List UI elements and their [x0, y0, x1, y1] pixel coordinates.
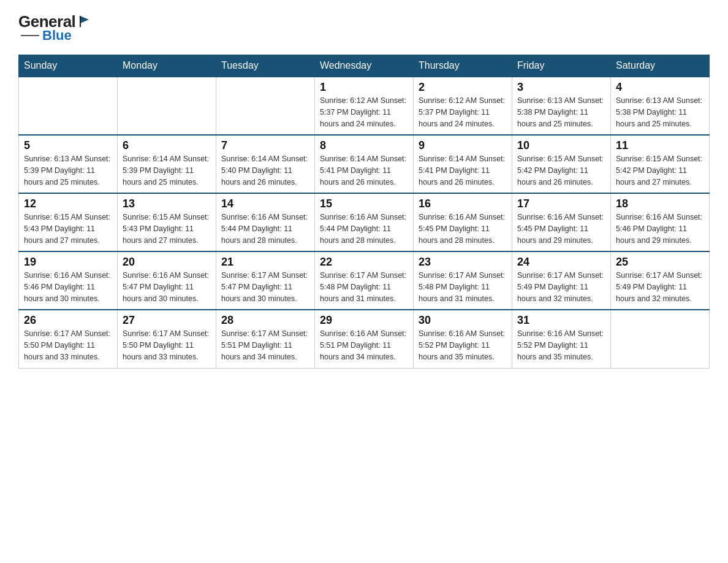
day-info: Sunrise: 6:17 AM Sunset: 5:50 PM Dayligh…	[24, 328, 112, 362]
calendar-cell: 5Sunrise: 6:13 AM Sunset: 5:39 PM Daylig…	[19, 135, 118, 193]
day-info: Sunrise: 6:16 AM Sunset: 5:52 PM Dayligh…	[419, 328, 507, 362]
day-number: 14	[221, 197, 309, 210]
day-info: Sunrise: 6:16 AM Sunset: 5:44 PM Dayligh…	[320, 212, 408, 246]
calendar-cell	[19, 77, 118, 135]
day-number: 11	[616, 139, 704, 152]
calendar-table: SundayMondayTuesdayWednesdayThursdayFrid…	[18, 55, 710, 369]
day-info: Sunrise: 6:17 AM Sunset: 5:47 PM Dayligh…	[221, 270, 309, 304]
calendar-cell: 14Sunrise: 6:16 AM Sunset: 5:44 PM Dayli…	[216, 193, 315, 251]
day-number: 24	[517, 256, 605, 269]
calendar-cell: 26Sunrise: 6:17 AM Sunset: 5:50 PM Dayli…	[19, 310, 118, 368]
day-info: Sunrise: 6:15 AM Sunset: 5:43 PM Dayligh…	[24, 212, 112, 246]
weekday-header-saturday: Saturday	[611, 55, 710, 77]
weekday-header-row: SundayMondayTuesdayWednesdayThursdayFrid…	[19, 55, 710, 77]
calendar-cell: 21Sunrise: 6:17 AM Sunset: 5:47 PM Dayli…	[216, 251, 315, 310]
calendar-cell: 3Sunrise: 6:13 AM Sunset: 5:38 PM Daylig…	[512, 77, 611, 135]
day-number: 18	[616, 197, 704, 210]
calendar-cell: 13Sunrise: 6:15 AM Sunset: 5:43 PM Dayli…	[118, 193, 216, 251]
day-info: Sunrise: 6:16 AM Sunset: 5:46 PM Dayligh…	[616, 212, 704, 246]
calendar-cell: 2Sunrise: 6:12 AM Sunset: 5:37 PM Daylig…	[414, 77, 512, 135]
day-number: 4	[616, 81, 704, 94]
weekday-header-friday: Friday	[512, 55, 611, 77]
weekday-header-monday: Monday	[118, 55, 216, 77]
calendar-cell: 24Sunrise: 6:17 AM Sunset: 5:49 PM Dayli…	[512, 251, 611, 310]
day-number: 13	[123, 197, 211, 210]
calendar-cell: 8Sunrise: 6:14 AM Sunset: 5:41 PM Daylig…	[315, 135, 414, 193]
svg-rect-1	[80, 16, 81, 27]
day-info: Sunrise: 6:15 AM Sunset: 5:42 PM Dayligh…	[616, 153, 704, 188]
svg-marker-0	[80, 16, 89, 23]
day-number: 3	[517, 81, 605, 94]
day-info: Sunrise: 6:13 AM Sunset: 5:38 PM Dayligh…	[517, 95, 605, 129]
day-number: 8	[320, 139, 408, 152]
day-info: Sunrise: 6:17 AM Sunset: 5:51 PM Dayligh…	[221, 328, 309, 362]
day-number: 31	[517, 314, 605, 327]
day-number: 26	[24, 314, 112, 327]
logo-blue-text: Blue	[42, 28, 72, 44]
day-info: Sunrise: 6:13 AM Sunset: 5:38 PM Dayligh…	[616, 95, 704, 129]
calendar-cell: 19Sunrise: 6:16 AM Sunset: 5:46 PM Dayli…	[19, 251, 118, 310]
day-number: 16	[419, 197, 507, 210]
calendar-cell: 10Sunrise: 6:15 AM Sunset: 5:42 PM Dayli…	[512, 135, 611, 193]
day-info: Sunrise: 6:14 AM Sunset: 5:41 PM Dayligh…	[419, 153, 507, 188]
day-info: Sunrise: 6:16 AM Sunset: 5:45 PM Dayligh…	[517, 212, 605, 246]
calendar-cell: 7Sunrise: 6:14 AM Sunset: 5:40 PM Daylig…	[216, 135, 315, 193]
calendar-cell: 17Sunrise: 6:16 AM Sunset: 5:45 PM Dayli…	[512, 193, 611, 251]
day-number: 9	[419, 139, 507, 152]
day-info: Sunrise: 6:17 AM Sunset: 5:49 PM Dayligh…	[517, 270, 605, 304]
calendar-week-row: 19Sunrise: 6:16 AM Sunset: 5:46 PM Dayli…	[19, 251, 710, 310]
day-number: 7	[221, 139, 309, 152]
day-number: 12	[24, 197, 112, 210]
day-info: Sunrise: 6:15 AM Sunset: 5:43 PM Dayligh…	[123, 212, 211, 246]
day-info: Sunrise: 6:12 AM Sunset: 5:37 PM Dayligh…	[320, 95, 408, 129]
day-number: 1	[320, 81, 408, 94]
logo-flag-icon	[78, 15, 91, 31]
day-number: 20	[123, 256, 211, 269]
weekday-header-tuesday: Tuesday	[216, 55, 315, 77]
calendar-cell: 16Sunrise: 6:16 AM Sunset: 5:45 PM Dayli…	[414, 193, 512, 251]
calendar-cell: 12Sunrise: 6:15 AM Sunset: 5:43 PM Dayli…	[19, 193, 118, 251]
calendar-cell	[611, 310, 710, 368]
calendar-cell: 29Sunrise: 6:16 AM Sunset: 5:51 PM Dayli…	[315, 310, 414, 368]
day-info: Sunrise: 6:17 AM Sunset: 5:48 PM Dayligh…	[419, 270, 507, 304]
calendar-cell: 9Sunrise: 6:14 AM Sunset: 5:41 PM Daylig…	[414, 135, 512, 193]
calendar-cell: 20Sunrise: 6:16 AM Sunset: 5:47 PM Dayli…	[118, 251, 216, 310]
calendar-week-row: 12Sunrise: 6:15 AM Sunset: 5:43 PM Dayli…	[19, 193, 710, 251]
calendar-cell: 15Sunrise: 6:16 AM Sunset: 5:44 PM Dayli…	[315, 193, 414, 251]
day-number: 6	[123, 139, 211, 152]
day-info: Sunrise: 6:16 AM Sunset: 5:45 PM Dayligh…	[419, 212, 507, 246]
day-number: 5	[24, 139, 112, 152]
calendar-cell: 23Sunrise: 6:17 AM Sunset: 5:48 PM Dayli…	[414, 251, 512, 310]
calendar-cell: 18Sunrise: 6:16 AM Sunset: 5:46 PM Dayli…	[611, 193, 710, 251]
day-info: Sunrise: 6:14 AM Sunset: 5:40 PM Dayligh…	[221, 153, 309, 188]
day-info: Sunrise: 6:15 AM Sunset: 5:42 PM Dayligh…	[517, 153, 605, 188]
weekday-header-sunday: Sunday	[19, 55, 118, 77]
calendar-week-row: 26Sunrise: 6:17 AM Sunset: 5:50 PM Dayli…	[19, 310, 710, 368]
day-number: 21	[221, 256, 309, 269]
day-number: 19	[24, 256, 112, 269]
logo-divider	[21, 35, 39, 36]
logo: General Blue	[18, 12, 91, 44]
day-number: 17	[517, 197, 605, 210]
day-number: 25	[616, 256, 704, 269]
weekday-header-thursday: Thursday	[414, 55, 512, 77]
day-info: Sunrise: 6:14 AM Sunset: 5:39 PM Dayligh…	[123, 153, 211, 188]
calendar-week-row: 1Sunrise: 6:12 AM Sunset: 5:37 PM Daylig…	[19, 77, 710, 135]
calendar-cell: 30Sunrise: 6:16 AM Sunset: 5:52 PM Dayli…	[414, 310, 512, 368]
calendar-cell: 25Sunrise: 6:17 AM Sunset: 5:49 PM Dayli…	[611, 251, 710, 310]
day-info: Sunrise: 6:17 AM Sunset: 5:48 PM Dayligh…	[320, 270, 408, 304]
day-info: Sunrise: 6:12 AM Sunset: 5:37 PM Dayligh…	[419, 95, 507, 129]
day-number: 15	[320, 197, 408, 210]
day-info: Sunrise: 6:17 AM Sunset: 5:49 PM Dayligh…	[616, 270, 704, 304]
calendar-cell: 6Sunrise: 6:14 AM Sunset: 5:39 PM Daylig…	[118, 135, 216, 193]
calendar-cell: 28Sunrise: 6:17 AM Sunset: 5:51 PM Dayli…	[216, 310, 315, 368]
header: General Blue	[18, 12, 710, 44]
day-info: Sunrise: 6:16 AM Sunset: 5:47 PM Dayligh…	[123, 270, 211, 304]
day-info: Sunrise: 6:13 AM Sunset: 5:39 PM Dayligh…	[24, 153, 112, 188]
day-info: Sunrise: 6:14 AM Sunset: 5:41 PM Dayligh…	[320, 153, 408, 188]
calendar-cell: 27Sunrise: 6:17 AM Sunset: 5:50 PM Dayli…	[118, 310, 216, 368]
day-info: Sunrise: 6:16 AM Sunset: 5:46 PM Dayligh…	[24, 270, 112, 304]
calendar-cell: 1Sunrise: 6:12 AM Sunset: 5:37 PM Daylig…	[315, 77, 414, 135]
day-number: 27	[123, 314, 211, 327]
day-info: Sunrise: 6:16 AM Sunset: 5:44 PM Dayligh…	[221, 212, 309, 246]
